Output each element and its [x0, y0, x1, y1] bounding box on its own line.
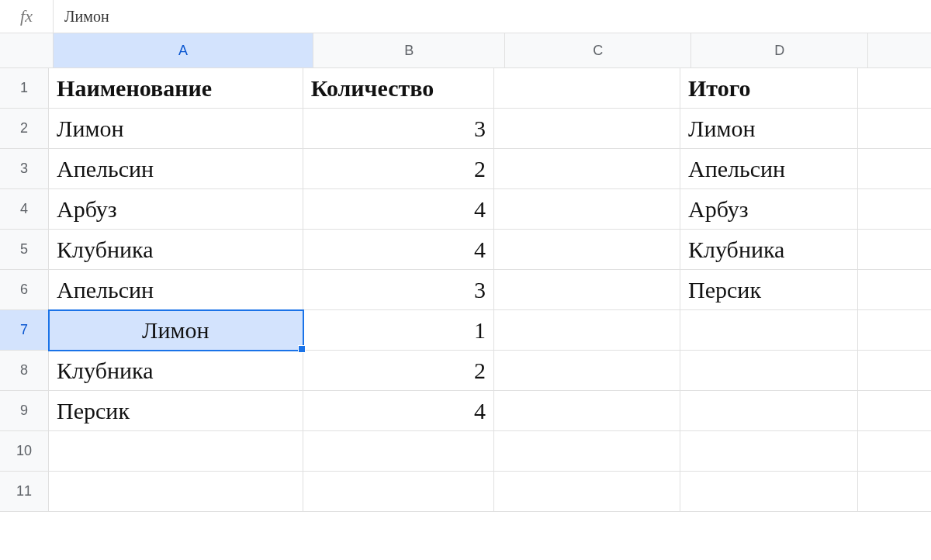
cell-D3[interactable]: Апельсин	[680, 149, 858, 189]
cell-E4[interactable]	[858, 189, 931, 230]
cell-E11[interactable]	[858, 472, 931, 512]
cell-A1[interactable]: Наименование	[49, 68, 303, 109]
cell-E8[interactable]	[858, 351, 931, 391]
row-5: 5 Клубника 4 Клубника	[0, 230, 931, 270]
cell-D5[interactable]: Клубника	[680, 230, 858, 270]
cell-D10[interactable]	[680, 431, 858, 472]
cell-C7[interactable]	[494, 310, 680, 351]
row-3: 3 Апельсин 2 Апельсин	[0, 149, 931, 189]
cell-C11[interactable]	[494, 472, 680, 512]
row-8: 8 Клубника 2	[0, 351, 931, 391]
cell-B1[interactable]: Количество	[303, 68, 494, 109]
row-header-4[interactable]: 4	[0, 189, 49, 230]
cell-A3[interactable]: Апельсин	[49, 149, 303, 189]
select-all-corner[interactable]	[0, 33, 54, 67]
row-header-10[interactable]: 10	[0, 431, 49, 472]
row-header-11[interactable]: 11	[0, 472, 49, 512]
cell-D2[interactable]: Лимон	[680, 109, 858, 149]
column-header-E[interactable]	[868, 33, 931, 67]
cell-D4[interactable]: Арбуз	[680, 189, 858, 230]
row-1: 1 Наименование Количество Итого	[0, 68, 931, 109]
cell-D8[interactable]	[680, 351, 858, 391]
cell-E7[interactable]	[858, 310, 931, 351]
cell-B10[interactable]	[303, 431, 494, 472]
cell-A9[interactable]: Персик	[49, 391, 303, 431]
cell-E2[interactable]	[858, 109, 931, 149]
row-header-7[interactable]: 7	[0, 310, 49, 351]
row-header-5[interactable]: 5	[0, 230, 49, 270]
fx-label: fx	[20, 6, 33, 26]
row-header-1[interactable]: 1	[0, 68, 49, 109]
cell-D9[interactable]	[680, 391, 858, 431]
row-header-8[interactable]: 8	[0, 351, 49, 391]
row-4: 4 Арбуз 4 Арбуз	[0, 189, 931, 230]
cell-B5[interactable]: 4	[303, 230, 494, 270]
column-header-B[interactable]: B	[313, 33, 505, 67]
cell-D1[interactable]: Итого	[680, 68, 858, 109]
cell-A7[interactable]: Лимон	[49, 310, 303, 351]
cell-C4[interactable]	[494, 189, 680, 230]
cell-A2[interactable]: Лимон	[49, 109, 303, 149]
cell-B8[interactable]: 2	[303, 351, 494, 391]
row-2: 2 Лимон 3 Лимон	[0, 109, 931, 149]
cell-A4[interactable]: Арбуз	[49, 189, 303, 230]
row-9: 9 Персик 4	[0, 391, 931, 431]
cell-A5[interactable]: Клубника	[49, 230, 303, 270]
cell-C8[interactable]	[494, 351, 680, 391]
row-header-3[interactable]: 3	[0, 149, 49, 189]
cell-C9[interactable]	[494, 391, 680, 431]
cell-C5[interactable]	[494, 230, 680, 270]
cell-E5[interactable]	[858, 230, 931, 270]
cell-A8[interactable]: Клубника	[49, 351, 303, 391]
cell-A6[interactable]: Апельсин	[49, 270, 303, 310]
column-header-C[interactable]: C	[505, 33, 691, 67]
cell-D11[interactable]	[680, 472, 858, 512]
cell-E1[interactable]	[858, 68, 931, 109]
row-header-9[interactable]: 9	[0, 391, 49, 431]
cell-C2[interactable]	[494, 109, 680, 149]
formula-input[interactable]: Лимон	[54, 0, 931, 33]
fx-icon[interactable]: fx	[0, 0, 54, 33]
cell-C1[interactable]	[494, 68, 680, 109]
column-header-D[interactable]: D	[691, 33, 868, 67]
row-7: 7 Лимон 1	[0, 310, 931, 351]
cell-B11[interactable]	[303, 472, 494, 512]
cell-E3[interactable]	[858, 149, 931, 189]
column-header-A[interactable]: A	[54, 33, 314, 67]
formula-value: Лимон	[64, 8, 109, 26]
cell-B9[interactable]: 4	[303, 391, 494, 431]
cell-B4[interactable]: 4	[303, 189, 494, 230]
cell-E6[interactable]	[858, 270, 931, 310]
column-header-row: A B C D	[0, 33, 931, 68]
row-6: 6 Апельсин 3 Персик	[0, 270, 931, 310]
spreadsheet-grid: A B C D 1 Наименование Количество Итого …	[0, 33, 931, 512]
cell-A11[interactable]	[49, 472, 303, 512]
row-header-6[interactable]: 6	[0, 270, 49, 310]
cell-C10[interactable]	[494, 431, 680, 472]
cell-B2[interactable]: 3	[303, 109, 494, 149]
cell-C6[interactable]	[494, 270, 680, 310]
cell-B3[interactable]: 2	[303, 149, 494, 189]
cell-E10[interactable]	[858, 431, 931, 472]
cell-A10[interactable]	[49, 431, 303, 472]
cell-D6[interactable]: Персик	[680, 270, 858, 310]
cell-B6[interactable]: 3	[303, 270, 494, 310]
row-header-2[interactable]: 2	[0, 109, 49, 149]
row-10: 10	[0, 431, 931, 472]
cell-C3[interactable]	[494, 149, 680, 189]
cell-B7[interactable]: 1	[303, 310, 494, 351]
formula-bar: fx Лимон	[0, 0, 931, 33]
cell-E9[interactable]	[858, 391, 931, 431]
cell-D7[interactable]	[680, 310, 858, 351]
row-11: 11	[0, 472, 931, 512]
